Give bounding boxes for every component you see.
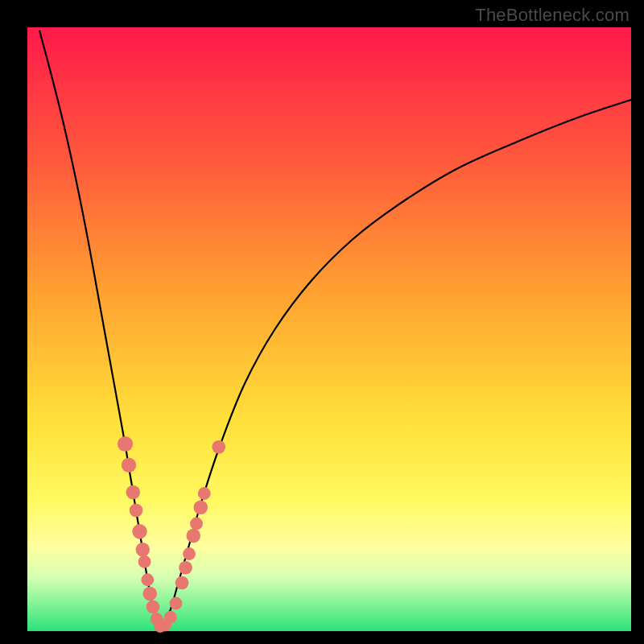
marker-dot (143, 587, 158, 601)
marker-dot (194, 501, 208, 515)
marker-dot (126, 485, 141, 500)
outer-frame: TheBottleneck.com (0, 0, 644, 644)
chart-overlay (27, 27, 631, 631)
marker-dot (198, 487, 211, 500)
marker-dot (179, 561, 192, 575)
marker-dot (187, 529, 201, 543)
marker-dot (130, 504, 143, 518)
marker-dot (212, 440, 225, 454)
watermark-text: TheBottleneck.com (475, 5, 630, 26)
marker-dot (147, 601, 160, 614)
marker-dot (164, 611, 177, 624)
marker-dot (122, 458, 136, 473)
marker-dot (141, 573, 154, 586)
marker-dot (175, 576, 189, 590)
marker-dot (118, 436, 133, 452)
marker-dot (132, 524, 147, 539)
curve-right-branch (160, 100, 631, 628)
marker-dot (183, 547, 196, 560)
marker-dot (136, 543, 151, 557)
marker-dots (118, 436, 225, 633)
marker-dot (190, 518, 203, 530)
marker-dot (170, 597, 183, 610)
marker-dot (138, 555, 151, 568)
